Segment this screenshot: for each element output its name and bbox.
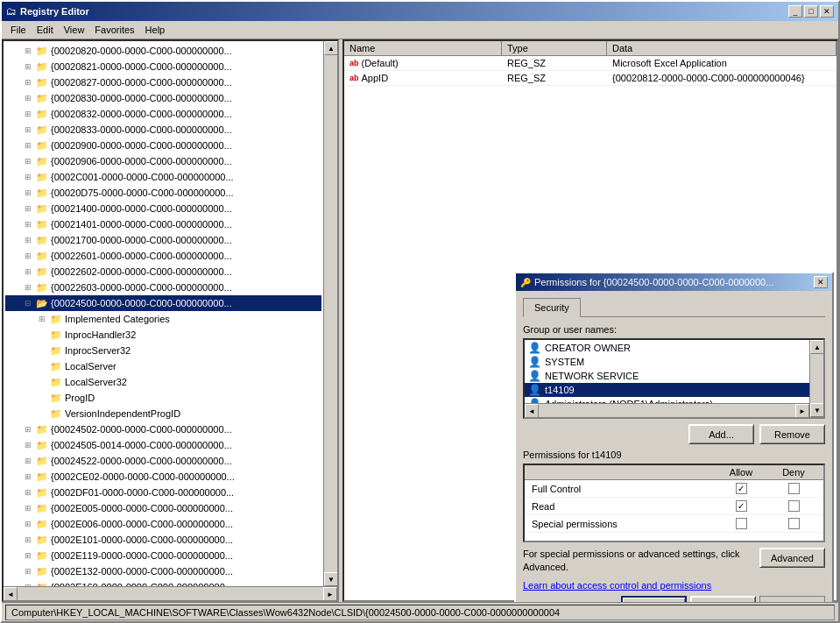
tree-item[interactable]: ⊞ 📁 {00020820-0000-0000-C000-000000000..… (5, 43, 321, 59)
minimize-button[interactable]: _ (788, 5, 802, 18)
cell-data: {00020812-0000-0000-C000-000000000046} (607, 71, 836, 85)
scroll-left-button[interactable]: ◄ (525, 404, 539, 418)
perm-deny-checkbox[interactable] (767, 517, 820, 530)
tree-scrollbar[interactable]: ▲ ▼ (323, 41, 337, 586)
tree-item[interactable]: ⊞ 📁 {0002CE02-0000-0000-C000-000000000..… (5, 469, 321, 485)
user-icon: 👤 (528, 370, 541, 382)
tree-item[interactable]: ⊞ 📁 {0002E132-0000-0000-C000-000000000..… (5, 563, 321, 579)
user-item[interactable]: 👤 NETWORK SERVICE (525, 369, 809, 383)
hscroll-thumb[interactable] (539, 404, 795, 417)
tree-item[interactable]: ⊞ 📁 LocalServer (5, 358, 321, 374)
tree-item[interactable]: ⊞ 📁 {00021401-0000-0000-C000-000000000..… (5, 216, 321, 232)
perm-deny-checkbox[interactable] (767, 482, 820, 495)
tree-hscrollbar[interactable]: ◄ ► (4, 586, 337, 600)
checkbox-checked[interactable] (736, 500, 747, 512)
scroll-up-button[interactable]: ▲ (810, 340, 824, 354)
tree-item[interactable]: ⊞ 📁 InprocServer32 (5, 343, 321, 358)
perm-row-read: Read (525, 498, 823, 515)
dialog-close-button[interactable]: ✕ (814, 276, 828, 288)
tree-item[interactable]: ⊞ 📁 {0002E169-0000-0000-C000-000000000..… (5, 579, 321, 586)
title-bar: 🗂 Registry Editor _ □ ✕ (2, 2, 838, 21)
menu-favorites[interactable]: Favorites (89, 23, 139, 37)
tree-item[interactable]: ⊞ 📁 {00020821-0000-0000-C000-000000000..… (5, 59, 321, 74)
users-scrollbar[interactable]: ▲ ▼ (809, 340, 823, 417)
user-item-selected[interactable]: 👤 t14109 (525, 383, 809, 397)
expand-icon: ⊞ (21, 454, 35, 468)
access-control-link[interactable]: Learn about access control and permissio… (523, 580, 711, 591)
folder-icon: 📁 (35, 580, 49, 586)
tree-item[interactable]: ⊞ 📁 {00020900-0000-0000-C000-000000000..… (5, 138, 321, 153)
scroll-down-button[interactable]: ▼ (324, 572, 337, 586)
scroll-track[interactable] (324, 55, 337, 572)
perm-deny-checkbox[interactable] (767, 499, 820, 513)
cancel-button[interactable]: Cancel (690, 596, 756, 602)
group-label: Group or user names: (523, 324, 825, 335)
checkbox-checked[interactable] (736, 483, 747, 494)
scroll-up-button[interactable]: ▲ (324, 41, 337, 55)
maximize-button[interactable]: □ (804, 5, 818, 18)
menu-help[interactable]: Help (140, 23, 171, 37)
checkbox-unchecked[interactable] (788, 483, 800, 494)
tree-item[interactable]: ⊞ 📁 {00020906-0000-0000-C000-000000000..… (5, 153, 321, 169)
cell-name: ab AppID (344, 71, 502, 85)
add-button[interactable]: Add... (688, 424, 754, 444)
checkbox-unchecked[interactable] (788, 500, 800, 512)
tree-item[interactable]: ⊞ 📁 {0002DF01-0000-0000-C000-000000000..… (5, 485, 321, 500)
perm-allow-checkbox[interactable] (715, 499, 767, 513)
tree-item[interactable]: ⊞ 📁 {00020832-0000-0000-C000-000000000..… (5, 106, 321, 122)
menu-file[interactable]: File (5, 23, 32, 37)
tree-item[interactable]: ⊞ 📁 {00024502-0000-0000-C000-000000000..… (5, 421, 321, 437)
tree-item[interactable]: ⊞ 📁 {00024522-0000-0000-C000-000000000..… (5, 453, 321, 469)
tree-item[interactable]: ⊞ 📁 InprocHandler32 (5, 327, 321, 343)
tree-item[interactable]: ⊞ 📁 {00020827-0000-0000-C000-000000000..… (5, 74, 321, 90)
menu-edit[interactable]: Edit (32, 23, 59, 37)
close-button[interactable]: ✕ (820, 5, 834, 18)
table-row[interactable]: ab AppID REG_SZ {00020812-0000-0000-C000… (344, 71, 836, 86)
col-type[interactable]: Type (502, 41, 607, 55)
perm-allow-checkbox[interactable] (715, 482, 767, 495)
scroll-right-button[interactable]: ► (323, 587, 337, 601)
user-item[interactable]: 👤 CREATOR OWNER (525, 341, 809, 355)
tree-item[interactable]: ⊞ 📁 {00024505-0014-0000-C000-000000000..… (5, 437, 321, 453)
expand-icon: ⊞ (21, 91, 35, 105)
tree-item[interactable]: ⊞ 📁 {00021400-0000-0000-C000-000000000..… (5, 201, 321, 216)
table-row[interactable]: ab (Default) REG_SZ Microsoft Excel Appl… (344, 56, 836, 71)
tree-item[interactable]: ⊞ 📁 LocalServer32 (5, 374, 321, 390)
advanced-button[interactable]: Advanced (759, 548, 825, 568)
tree-item[interactable]: ⊞ 📁 {00020830-0000-0000-C000-000000000..… (5, 90, 321, 106)
folder-open-icon: 📂 (35, 296, 49, 310)
hscroll-track[interactable] (18, 587, 323, 600)
tree-item[interactable]: ⊞ 📁 {00022601-0000-0000-C000-000000000..… (5, 248, 321, 264)
tree-item[interactable]: ⊞ 📁 {0002E101-0000-0000-C000-000000000..… (5, 532, 321, 548)
tab-security[interactable]: Security (523, 298, 581, 317)
perm-allow-checkbox[interactable] (715, 517, 767, 530)
scroll-down-button[interactable]: ▼ (810, 403, 824, 417)
tree-item[interactable]: ⊞ 📁 {0002E119-0000-0000-C000-000000000..… (5, 548, 321, 563)
expand-icon: ⊞ (21, 123, 35, 137)
tree-item[interactable]: ⊞ 📁 {0002C001-0000-0000-C000-000000000..… (5, 169, 321, 185)
tree-item[interactable]: ⊞ 📁 {0002E006-0000-0000-C000-000000000..… (5, 516, 321, 532)
remove-button[interactable]: Remove (759, 424, 825, 444)
menu-view[interactable]: View (59, 23, 90, 37)
ok-button[interactable]: OK (621, 596, 687, 602)
checkbox-unchecked[interactable] (736, 518, 747, 529)
tree-item[interactable]: ⊞ 📁 {00020D75-0000-0000-C000-000000000..… (5, 185, 321, 201)
tree-item[interactable]: ⊞ 📁 {00022602-0000-0000-C000-000000000..… (5, 264, 321, 280)
tree-item[interactable]: ⊞ 📁 {00020833-0000-0000-C000-000000000..… (5, 122, 321, 138)
tree-item[interactable]: ⊞ 📁 ProgID (5, 390, 321, 406)
scroll-left-button[interactable]: ◄ (4, 587, 18, 601)
col-name[interactable]: Name (344, 41, 502, 55)
tree-item[interactable]: ⊞ 📁 Implemented Categories (5, 311, 321, 327)
tree-item[interactable]: ⊞ 📁 {0002E005-0000-0000-C000-000000000..… (5, 500, 321, 516)
user-item[interactable]: 👤 SYSTEM (525, 355, 809, 369)
tree-item[interactable]: ⊞ 📁 VersionIndependentProgID (5, 406, 321, 421)
checkbox-unchecked[interactable] (788, 518, 800, 529)
scroll-right-button[interactable]: ► (795, 404, 809, 418)
tree-item-selected[interactable]: ⊟ 📂 {00024500-0000-0000-C000-000000000..… (5, 295, 321, 311)
users-hscrollbar[interactable]: ◄ ► (525, 403, 809, 417)
scroll-track[interactable] (810, 354, 823, 403)
tree-item[interactable]: ⊞ 📁 {00022603-0000-0000-C000-000000000..… (5, 280, 321, 295)
col-data[interactable]: Data (607, 41, 836, 55)
tree-item[interactable]: ⊞ 📁 {00021700-0000-0000-C000-000000000..… (5, 232, 321, 248)
apply-button[interactable]: Apply (759, 596, 825, 602)
